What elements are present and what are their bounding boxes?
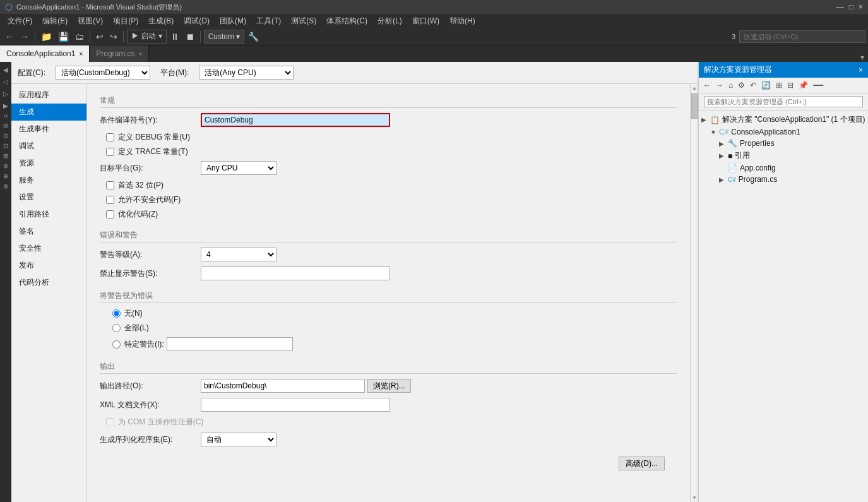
tree-appconfig[interactable]: ▶ 📄 App.config <box>699 162 868 174</box>
menu-debug[interactable]: 调试(D) <box>179 14 215 28</box>
sidebar-icon-3[interactable]: ▷ <box>3 88 9 99</box>
browse-button[interactable]: 浏览(R)... <box>367 379 411 393</box>
properties-expand-arrow[interactable]: ▶ <box>719 140 728 147</box>
se-btn-4[interactable]: ↶ <box>748 80 758 90</box>
minimize-icon[interactable]: — <box>836 3 844 11</box>
platform-select[interactable]: 活动(Any CPU) <box>199 66 294 80</box>
menu-architecture[interactable]: 体系结构(C) <box>321 14 372 28</box>
nav-item-app[interactable]: 应用程序 <box>11 87 86 104</box>
maximize-icon[interactable]: □ <box>849 3 853 11</box>
scroll-down-arrow[interactable]: ▼ <box>691 494 698 502</box>
nav-item-services[interactable]: 服务 <box>11 172 86 189</box>
save-all-button[interactable]: 🗂 <box>73 29 86 44</box>
close-icon[interactable]: × <box>859 3 863 11</box>
se-btn-3[interactable]: ⚙ <box>736 80 747 90</box>
output-path-input[interactable] <box>201 379 365 393</box>
advanced-button[interactable]: 高级(D)... <box>619 457 665 470</box>
toolbar-extra[interactable]: 🔧 <box>246 29 261 44</box>
se-btn-7[interactable]: ⊟ <box>785 80 795 90</box>
prefer32-checkbox[interactable] <box>106 181 114 189</box>
tree-properties[interactable]: ▶ 🔧 Properties <box>699 138 868 149</box>
sidebar-icon-8[interactable]: ⊡ <box>3 141 9 150</box>
se-btn-8[interactable]: 📌 <box>797 80 810 90</box>
tab-close-1[interactable]: × <box>139 51 143 57</box>
sidebar-icon-7[interactable]: ⊟ <box>3 131 9 140</box>
solution-expand-arrow[interactable]: ▶ <box>701 116 710 123</box>
config-dropdown[interactable]: Custom ▾ <box>204 30 244 44</box>
sidebar-icon-12[interactable]: ⊗ <box>3 182 9 191</box>
menu-team[interactable]: 团队(M) <box>215 14 251 28</box>
menu-tools[interactable]: 工具(T) <box>251 14 286 28</box>
se-search-input[interactable] <box>704 96 863 107</box>
nav-item-publish[interactable]: 发布 <box>11 257 86 274</box>
scroll-thumb[interactable] <box>691 93 698 119</box>
allow-unsafe-checkbox[interactable] <box>106 196 114 204</box>
tab-close-0[interactable]: × <box>79 51 83 57</box>
vertical-scrollbar[interactable]: ▲ ▼ <box>690 84 698 502</box>
define-trace-checkbox[interactable] <box>106 148 114 156</box>
radio-specific[interactable] <box>112 340 121 349</box>
nav-item-settings[interactable]: 设置 <box>11 189 86 206</box>
optimize-checkbox[interactable] <box>106 210 114 218</box>
tab-scroll-right[interactable]: ▾ <box>857 53 868 62</box>
xml-doc-input[interactable] <box>201 398 390 412</box>
forward-button[interactable]: → <box>18 29 32 44</box>
undo-button[interactable]: ↩ <box>93 29 106 44</box>
se-btn-home[interactable]: ⌂ <box>727 80 735 90</box>
menu-project[interactable]: 项目(P) <box>108 14 143 28</box>
com-interop-checkbox[interactable] <box>106 418 114 426</box>
se-btn-1[interactable]: ← <box>701 80 713 90</box>
sidebar-icon-4[interactable]: ▶ <box>3 100 9 111</box>
tree-project[interactable]: ▼ C# ConsoleApplication1 <box>699 126 868 138</box>
warning-level-select[interactable]: 4 <box>201 248 276 261</box>
menu-analyze[interactable]: 分析(L) <box>372 14 407 28</box>
sidebar-icon-1[interactable]: ◀ <box>3 64 9 75</box>
radio-none[interactable] <box>112 309 121 318</box>
sidebar-icon-9[interactable]: ⊠ <box>3 152 9 160</box>
se-btn-5[interactable]: 🔄 <box>759 80 773 90</box>
quick-launch-input[interactable] <box>739 30 865 43</box>
menu-file[interactable]: 文件(F) <box>3 14 37 28</box>
sidebar-icon-5[interactable]: ≡ <box>3 112 9 120</box>
nav-item-ref-paths[interactable]: 引用路径 <box>11 206 86 223</box>
menu-edit[interactable]: 编辑(E) <box>37 14 73 28</box>
specific-warnings-input[interactable] <box>167 337 293 351</box>
references-expand-arrow[interactable]: ▶ <box>719 152 728 159</box>
tree-solution[interactable]: ▶ 📋 解决方案 "ConsoleApplication1" (1 个项目) <box>699 113 868 126</box>
conditional-symbols-input[interactable] <box>201 113 390 127</box>
sidebar-icon-2[interactable]: ◁ <box>3 76 9 87</box>
tab-programcs[interactable]: Program.cs × <box>90 45 149 62</box>
define-debug-checkbox[interactable] <box>106 133 114 141</box>
tree-programcs[interactable]: ▶ C# Program.cs <box>699 174 868 185</box>
se-btn-6[interactable]: ⊞ <box>774 80 784 90</box>
menu-build[interactable]: 生成(B) <box>143 14 179 28</box>
sidebar-icon-6[interactable]: ⊞ <box>3 121 9 130</box>
programcs-expand-arrow[interactable]: ▶ <box>719 176 728 183</box>
back-button[interactable]: ← <box>3 29 16 44</box>
stop-button[interactable]: ⏹ <box>183 29 197 44</box>
menu-test[interactable]: 测试(S) <box>286 14 321 28</box>
nav-item-security[interactable]: 安全性 <box>11 240 86 257</box>
radio-all[interactable] <box>112 324 121 332</box>
redo-button[interactable]: ↪ <box>107 29 120 44</box>
suppress-warnings-input[interactable] <box>201 266 390 280</box>
save-button[interactable]: 💾 <box>56 29 71 44</box>
menu-view[interactable]: 视图(V) <box>73 14 108 28</box>
scroll-up-arrow[interactable]: ▲ <box>691 84 698 92</box>
open-button[interactable]: 📁 <box>39 29 54 44</box>
project-expand-arrow[interactable]: ▼ <box>710 129 719 136</box>
nav-item-resources[interactable]: 资源 <box>11 155 86 172</box>
tab-consoleapplication1[interactable]: ConsoleApplication1 × <box>0 45 90 62</box>
pause-button[interactable]: ⏸ <box>168 29 182 44</box>
nav-item-code-analysis[interactable]: 代码分析 <box>11 274 86 291</box>
config-select[interactable]: 活动(CustomDebug) <box>56 66 150 80</box>
serialize-select[interactable]: 自动 <box>201 433 276 446</box>
tree-references[interactable]: ▶ ■ 引用 <box>699 149 868 162</box>
menu-window[interactable]: 窗口(W) <box>407 14 444 28</box>
se-btn-2[interactable]: → <box>714 80 725 90</box>
menu-help[interactable]: 帮助(H) <box>444 14 480 28</box>
nav-item-build[interactable]: 生成 <box>11 104 86 121</box>
start-button[interactable]: ▶ 启动 ▾ <box>127 30 167 44</box>
target-platform-select[interactable]: Any CPU <box>201 161 276 175</box>
nav-item-debug[interactable]: 调试 <box>11 138 86 155</box>
